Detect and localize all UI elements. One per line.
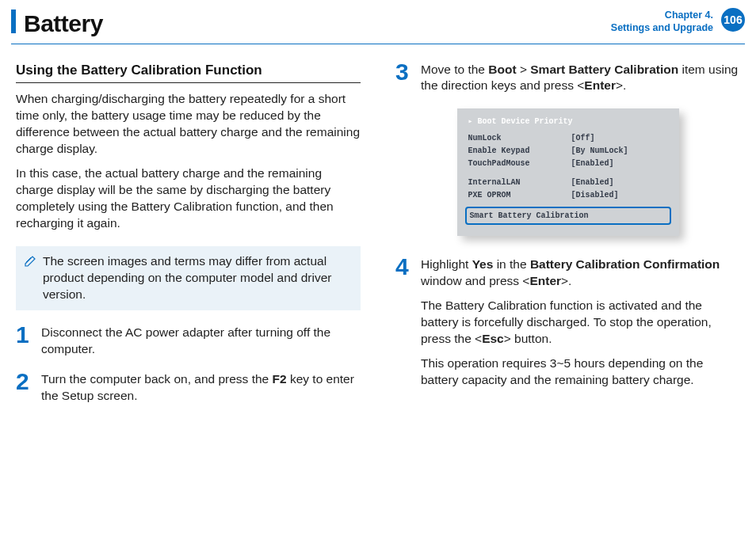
bios-value: [Enabled] [571,177,614,189]
bios-label: PXE OPROM [468,189,571,202]
bios-highlighted-item: Smart Battery Calibration [465,207,671,226]
s4af: Enter [529,274,561,287]
s3a: Move to the [421,63,488,76]
step-1: 1 Disconnect the AC power adapter after … [16,325,361,358]
s3f: Enter [584,78,616,92]
step-number-3: 3 [395,62,413,95]
bios-header: ▸ Boot Device Priority [457,116,679,132]
bios-row: PXE OPROM [Disabled] [457,189,679,202]
bios-label: Enable Keypad [468,145,571,158]
page-number-badge: 106 [721,8,745,32]
s3g: >. [616,78,626,92]
bios-row: NumLock [Off] [457,132,679,145]
step-3: 3 Move to the Boot > Smart Battery Calib… [395,62,740,95]
s4bc: > button. [504,332,552,345]
s4ag: >. [561,274,571,287]
section-rule [16,82,361,83]
header-accent-bar [11,10,16,33]
chapter-line2: Settings and Upgrade [611,22,713,35]
bios-row: TouchPadMouse [Enabled] [457,158,679,170]
s4ac: in the [493,257,530,271]
chapter-line1: Chapter 4. [611,10,713,22]
bios-screenshot: ▸ Boot Device Priority NumLock [Off] Ena… [395,108,740,236]
page-header: Battery Chapter 4. Settings and Upgrade … [0,0,756,44]
bios-value: [Disabled] [571,189,619,202]
note-icon [24,255,36,303]
s4bb: Esc [482,332,504,345]
bios-gap [457,170,679,177]
s4ba: The Battery Calibration function is acti… [421,298,712,345]
s3b: Boot [488,63,516,76]
s4ab: Yes [472,257,494,271]
bios-row: Enable Keypad [By NumLock] [457,145,679,158]
s4c: This operation requires 3~5 hours depend… [421,355,740,389]
bios-value: [By NumLock] [571,145,628,158]
step-3-body: Move to the Boot > Smart Battery Calibra… [421,62,740,95]
s3c: > [517,63,531,76]
step-2: 2 Turn the computer back on, and press t… [16,371,361,405]
bios-label: NumLock [468,132,571,145]
bios-value: [Off] [571,132,595,145]
step-4-body: Highlight Yes in the Battery Calibration… [421,257,740,396]
bios-value: [Enabled] [571,158,614,170]
s4ae: window and press < [421,274,529,287]
s3d: Smart Battery Calibration [530,63,678,76]
step-1-body: Disconnect the AC power adapter after tu… [41,325,361,358]
step-number-2: 2 [16,371,33,405]
s4ad: Battery Calibration Confirmation [530,257,720,271]
right-column: 3 Move to the Boot > Smart Battery Calib… [395,62,740,405]
page-title: Battery [24,8,103,40]
intro-para-1: When charging/discharging the battery re… [16,91,361,158]
step-4: 4 Highlight Yes in the Battery Calibrati… [395,257,740,396]
s4aa: Highlight [421,257,472,271]
bios-label: TouchPadMouse [468,158,571,170]
bios-row: InternalLAN [Enabled] [457,177,679,189]
step-2-body: Turn the computer back on, and press the… [41,371,361,405]
section-heading: Using the Battery Calibration Function [16,62,361,80]
bios-panel: ▸ Boot Device Priority NumLock [Off] Ena… [457,108,679,236]
step-number-4: 4 [395,257,413,396]
step-number-1: 1 [16,325,33,358]
note-text: The screen images and terms may differ f… [43,253,351,303]
step-2-key: F2 [273,372,287,386]
note-box: The screen images and terms may differ f… [16,246,361,310]
chapter-label: Chapter 4. Settings and Upgrade [611,10,713,34]
bios-label: InternalLAN [468,177,571,189]
intro-para-2: In this case, the actual battery charge … [16,165,361,232]
left-column: Using the Battery Calibration Function W… [16,62,361,405]
header-right: Chapter 4. Settings and Upgrade 106 [611,8,745,34]
content-columns: Using the Battery Calibration Function W… [0,44,756,405]
step-2-pre: Turn the computer back on, and press the [41,372,273,386]
